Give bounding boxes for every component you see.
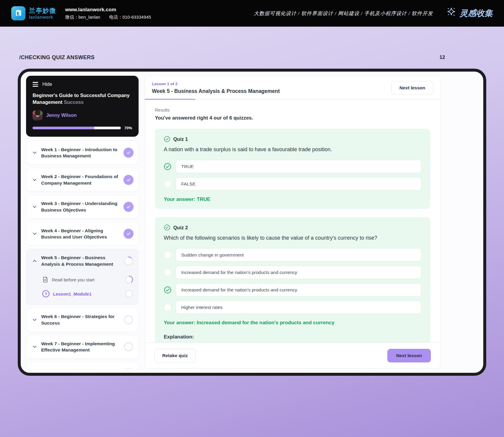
course-header-panel: Hide Beginner's Guide to Successful Comp… bbox=[26, 76, 139, 137]
quiz-option: FALSE bbox=[164, 177, 421, 191]
progress-ring bbox=[123, 367, 134, 369]
quiz-results-area: Results You've answered right 4 our of 6… bbox=[145, 100, 440, 343]
your-answer: Your answer: TRUE bbox=[164, 196, 421, 202]
course-sidebar: Hide Beginner's Guide to Successful Comp… bbox=[26, 76, 139, 369]
next-lesson-button-bottom[interactable]: Next lesson bbox=[387, 349, 431, 362]
option-radio bbox=[164, 251, 171, 259]
option-radio bbox=[164, 304, 171, 311]
sidebar-week-item[interactable]: Week 6 - Beginner - Strategies for Succe… bbox=[26, 308, 138, 331]
option-box[interactable]: Increased demand for the nation's produc… bbox=[176, 266, 421, 279]
week-label: Week 7 - Beginner - Implementing Effecti… bbox=[41, 341, 120, 353]
progress-ring bbox=[123, 256, 134, 266]
website-url: www.lanlanwork.com bbox=[65, 7, 151, 13]
app-window: Hide Beginner's Guide to Successful Comp… bbox=[18, 69, 486, 376]
progress-bar bbox=[33, 127, 121, 129]
week-label: Week 5 - Beginner - Business Analysis & … bbox=[41, 254, 120, 267]
hide-label: Hide bbox=[42, 82, 52, 87]
check-circle-icon bbox=[164, 224, 170, 231]
services-list: 大数据可视化设计 / 软件界面设计 / 网站建设 / 手机及小程序设计 / 软件… bbox=[254, 10, 433, 17]
subitem-label: Lesson1_Module1 bbox=[53, 291, 121, 296]
chevron-down-icon bbox=[32, 344, 38, 350]
page-number: 12 bbox=[439, 54, 445, 60]
week-card: Week 6 - Beginner - Strategies for Succe… bbox=[26, 308, 139, 332]
results-summary: You've answered right 4 our of 6 quizzes… bbox=[155, 115, 430, 121]
lesson-footer: Retake quiz Next lesson bbox=[145, 343, 440, 368]
sidebar-week-item[interactable]: Week 2 - Beginner - Foundations of Compa… bbox=[26, 168, 138, 191]
lesson-kicker: Lesson 1 of 2 bbox=[152, 82, 280, 86]
quiz-question: A nation with a trade surplus is said to… bbox=[164, 146, 421, 153]
option-box[interactable]: FALSE bbox=[176, 177, 421, 191]
week-card: Week 7 - Beginner - Implementing Effecti… bbox=[26, 335, 139, 359]
retake-quiz-button[interactable]: Retake quiz bbox=[154, 349, 196, 362]
week-list: Week 1 - Beginner - Introduction to Busi… bbox=[26, 141, 139, 369]
chevron-up-icon bbox=[32, 258, 38, 264]
week-group-expanded: Week 5 - Beginner - Business Analysis & … bbox=[26, 249, 139, 305]
lesson-progress-indicator bbox=[145, 99, 195, 100]
lesson-subitem[interactable]: ? Lesson1_Module1 bbox=[26, 287, 138, 301]
course-title: Beginner's Guide to Successful Company M… bbox=[33, 92, 132, 106]
document-icon bbox=[42, 276, 48, 283]
lanlanwork-logo-icon bbox=[11, 6, 25, 20]
quiz-option: Increased demand for the nation's produc… bbox=[164, 266, 421, 279]
brand-block: 兰亭妙微 lanlanwork bbox=[11, 6, 56, 20]
week-label: Week 2 - Beginner - Foundations of Compa… bbox=[41, 173, 120, 186]
quiz-card: Quiz 1 A nation with a trade surplus is … bbox=[155, 129, 430, 209]
check-circle-icon bbox=[164, 136, 170, 142]
quiz-card: Quiz 2 Which of the following scenarios … bbox=[155, 217, 430, 343]
progress-ring bbox=[123, 342, 134, 352]
collect-block: 灵感收集 bbox=[446, 7, 493, 20]
week-label: Week 4 - Beginner - Aligning Business an… bbox=[41, 228, 120, 240]
wechat-contact: 微信：ben_lanlan bbox=[65, 14, 100, 20]
explanation-label: Explanation: bbox=[164, 334, 421, 340]
lesson-title: Week 5 - Business Analysis & Process Man… bbox=[152, 88, 280, 94]
week-card: Week 1 - Beginner - Introduction to Busi… bbox=[26, 141, 139, 165]
brand-name-cn: 兰亭妙微 bbox=[29, 7, 56, 14]
progress-percent: 70% bbox=[124, 126, 132, 130]
quiz-option: Sudden change in government bbox=[164, 248, 421, 262]
lesson-header: Lesson 1 of 2 Week 5 - Business Analysis… bbox=[145, 76, 440, 100]
sidebar-week-item[interactable]: Week 7 - Beginner - Implementing Effecti… bbox=[26, 335, 138, 359]
week-label: Week 1 - Beginner - Introduction to Busi… bbox=[41, 146, 120, 159]
week-card: Week 3 - Beginner - Understanding Busine… bbox=[26, 195, 139, 219]
option-correct-icon bbox=[164, 286, 171, 294]
course-progress: 70% bbox=[33, 126, 132, 130]
page-title: /CHECKING QUIZ ANSWERS bbox=[19, 54, 94, 61]
week-card: Week 4 - Beginner - Aligning Business an… bbox=[26, 222, 139, 246]
quiz-name: Quiz 1 bbox=[173, 136, 188, 142]
week-label: Week 6 - Beginner - Strategies for Succe… bbox=[41, 313, 120, 326]
progress-ring bbox=[123, 315, 134, 325]
sidebar-week-item[interactable]: Week 3 - Beginner - Understanding Busine… bbox=[26, 195, 138, 218]
option-box[interactable]: TRUE bbox=[176, 160, 421, 173]
option-box[interactable]: Sudden change in government bbox=[176, 248, 421, 262]
option-box[interactable]: Increased demand for the nation's produc… bbox=[176, 283, 421, 296]
sidebar-week-item[interactable]: Week 5 - Beginner - Business Analysis & … bbox=[26, 249, 138, 272]
sidebar-week-item[interactable]: Week 8 - Beginner - Business bbox=[26, 362, 138, 369]
quiz-option: Increased demand for the nation's produc… bbox=[164, 283, 421, 296]
quiz-name: Quiz 2 bbox=[173, 225, 188, 230]
chevron-down-icon bbox=[32, 177, 38, 183]
hide-sidebar-button[interactable]: Hide bbox=[33, 82, 132, 87]
chevron-down-icon bbox=[32, 204, 38, 210]
option-box[interactable]: Higher interest rates bbox=[176, 301, 421, 314]
brand-name-en: lanlanwork bbox=[29, 14, 56, 20]
quiz-question: Which of the following scenarios is like… bbox=[164, 235, 421, 241]
promo-banner: 兰亭妙微 lanlanwork www.lanlanwork.com 微信：be… bbox=[0, 0, 504, 27]
lesson-subitem[interactable]: Read before you start bbox=[26, 272, 138, 287]
contact-block: www.lanlanwork.com 微信：ben_lanlan 电话：010-… bbox=[65, 7, 151, 20]
week-label: Week 3 - Beginner - Understanding Busine… bbox=[41, 200, 120, 213]
sidebar-week-item[interactable]: Week 1 - Beginner - Introduction to Busi… bbox=[26, 141, 138, 165]
chevron-down-icon bbox=[32, 150, 38, 156]
instructor-name: Jenny Wilson bbox=[46, 113, 77, 118]
sidebar-week-item[interactable]: Week 4 - Beginner - Aligning Business an… bbox=[26, 222, 138, 246]
option-correct-icon bbox=[164, 163, 171, 170]
completed-check-icon bbox=[123, 202, 134, 212]
option-radio bbox=[164, 269, 171, 276]
completed-check-icon bbox=[123, 175, 134, 185]
collect-label: 灵感收集 bbox=[460, 8, 493, 19]
sparkle-icon bbox=[446, 7, 457, 20]
next-lesson-button-top[interactable]: Next lesson bbox=[391, 81, 433, 95]
menu-icon bbox=[33, 82, 38, 86]
phone-contact: 电话：010-63334945 bbox=[109, 14, 151, 20]
progress-ring bbox=[125, 289, 134, 298]
subitem-label: Read before you start bbox=[52, 277, 121, 282]
